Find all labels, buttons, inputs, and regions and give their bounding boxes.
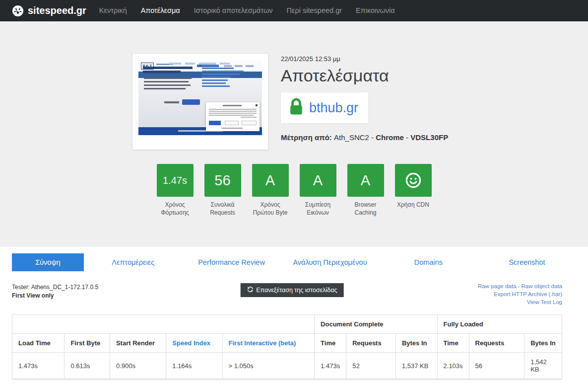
first-view-label: First View only	[12, 292, 98, 300]
tester-line: Tester: Athens_DC_1-172.17.0.5	[12, 283, 98, 292]
col-dc-requests: Requests	[346, 334, 396, 353]
metric-tiles: 1.47s ΧρόνοςΦόρτωσης 56 ΣυνολικάRequests…	[0, 164, 588, 217]
metric-image-compression-grade-value: A	[300, 164, 336, 197]
tab-domains[interactable]: Domains	[379, 253, 477, 271]
value-speed-index: 1.164s	[166, 353, 222, 379]
metric-browser-caching-grade: A BrowserCaching	[342, 164, 390, 217]
metric-load-time: 1.47s ΧρόνοςΦόρτωσης	[151, 164, 199, 217]
value-dc-requests: 52	[346, 353, 396, 379]
measured-from-label: Μέτρηση από:	[281, 133, 332, 142]
value-dc-bytes: 1,537 KB	[395, 353, 437, 379]
table-empty-group-cell	[12, 315, 315, 334]
nav-item-about[interactable]: Περί sitespeed.gr	[280, 0, 349, 21]
col-dc-bytes: Bytes In	[395, 334, 437, 353]
table-data-row: 1.473s 0.613s 0.900s 1.164s > 1.050s 1.4…	[12, 353, 562, 379]
value-load-time: 1.473s	[12, 353, 65, 379]
table-group-header-row: Document Complete Fully Loaded	[12, 315, 562, 334]
results-summary-table: Document Complete Fully Loaded Load Time…	[12, 314, 562, 379]
tab-details[interactable]: Λεπτομέρειες	[84, 253, 182, 271]
table-column-header-row: Load Time First Byte Start Render Speed …	[12, 334, 562, 353]
nav-item-result[interactable]: Αποτέλεσμα	[134, 0, 187, 21]
measured-from-line: Μέτρηση από: Ath_SNC2 - Chrome - VDSL30F…	[281, 133, 448, 142]
group-header-document-complete: Document Complete	[315, 315, 437, 334]
tested-site-link[interactable]: bthub.gr	[281, 92, 368, 123]
value-start-render: 0.900s	[110, 353, 166, 379]
raw-data-links: Raw page data - Raw object data Export H…	[478, 282, 562, 306]
export-har-link[interactable]: Export HTTP Archive (.har)	[494, 291, 562, 297]
top-navbar: sitespeed.gr Κεντρική Αποτέλεσμα Ιστορικ…	[0, 0, 588, 21]
col-fl-requests: Requests	[469, 334, 524, 353]
results-header-section: B&T	[0, 21, 588, 247]
group-header-fully-loaded: Fully Loaded	[437, 315, 562, 334]
metric-total-requests-value: 56	[204, 164, 241, 197]
col-fl-time: Time	[437, 334, 469, 353]
site-thumbnail[interactable]: B&T	[132, 53, 268, 150]
metric-total-requests: 56 ΣυνολικάRequests	[199, 164, 247, 217]
measured-location: Ath_SNC2	[334, 133, 369, 142]
value-first-byte: 0.613s	[65, 353, 110, 379]
tester-info: Tester: Athens_DC_1-172.17.0.5 First Vie…	[12, 283, 98, 300]
raw-page-data-link[interactable]: Raw page data	[478, 283, 516, 289]
value-fl-bytes: 1,542 KB	[524, 353, 562, 379]
retest-button-label: Επανεξέταση της ιστοσελίδας	[256, 287, 337, 294]
col-first-byte: First Byte	[65, 334, 110, 353]
summary-toolbar: Tester: Athens_DC_1-172.17.0.5 First Vie…	[0, 278, 588, 314]
col-load-time: Load Time	[12, 334, 65, 353]
site-thumbnail-image: B&T	[138, 61, 262, 135]
metric-cdn-usage: Χρήση CDN	[390, 164, 437, 217]
retest-button[interactable]: Επανεξέταση της ιστοσελίδας	[240, 283, 343, 297]
result-datetime: 22/01/2025 12:53 μμ	[281, 55, 448, 63]
page-title: Αποτελέσματα	[281, 66, 448, 85]
brand-name: sitespeed.gr	[28, 5, 86, 16]
value-fl-requests: 56	[469, 353, 524, 379]
measured-connection: VDSL30FP	[410, 133, 448, 142]
col-dc-time: Time	[315, 334, 346, 353]
value-fl-time: 2.103s	[437, 353, 469, 379]
metric-first-byte-grade: A ΧρόνοςΠρώτου Byte	[247, 164, 294, 217]
thumbnail-cookie-dialog	[206, 102, 260, 131]
speedometer-icon	[12, 5, 24, 17]
raw-object-data-link[interactable]: Raw object data	[522, 283, 562, 289]
nav-item-contact[interactable]: Επικοινωνία	[349, 0, 402, 21]
tab-performance-review[interactable]: Performance Review	[182, 253, 280, 271]
results-tabs: Σύνοψη Λεπτομέρειες Performance Review Α…	[0, 247, 588, 278]
refresh-icon	[247, 286, 253, 294]
thumbnail-cta-button	[182, 99, 200, 105]
tab-screenshot[interactable]: Screenshot	[478, 253, 576, 271]
col-start-render: Start Render	[110, 334, 166, 353]
measured-browser: Chrome	[376, 133, 404, 142]
value-dc-time: 1.473s	[315, 353, 346, 379]
col-speed-index-link[interactable]: Speed Index	[166, 334, 222, 353]
view-test-log-link[interactable]: View Test Log	[527, 299, 562, 305]
brand-logo[interactable]: sitespeed.gr	[12, 5, 86, 17]
tab-summary[interactable]: Σύνοψη	[12, 253, 84, 271]
col-first-interactive-link[interactable]: First Interactive (beta)	[222, 334, 315, 353]
smiley-icon	[395, 164, 432, 197]
metric-image-compression-grade: A ΣυμπίεσηΕικόνων	[294, 164, 342, 217]
tab-content-analysis[interactable]: Ανάλυση Περιεχομένου	[281, 253, 379, 271]
tested-site-name: bthub.gr	[309, 100, 358, 116]
col-fl-bytes: Bytes In	[524, 334, 562, 353]
metric-first-byte-grade-value: A	[252, 164, 289, 197]
metric-load-time-value: 1.47s	[157, 164, 194, 197]
metric-browser-caching-grade-value: A	[347, 164, 384, 197]
value-first-interactive: > 1.050s	[222, 353, 315, 379]
nav-item-history[interactable]: Ιστορικό αποτελεσμάτων	[187, 0, 280, 21]
nav-item-home[interactable]: Κεντρική	[92, 0, 134, 21]
lock-icon	[289, 98, 304, 118]
